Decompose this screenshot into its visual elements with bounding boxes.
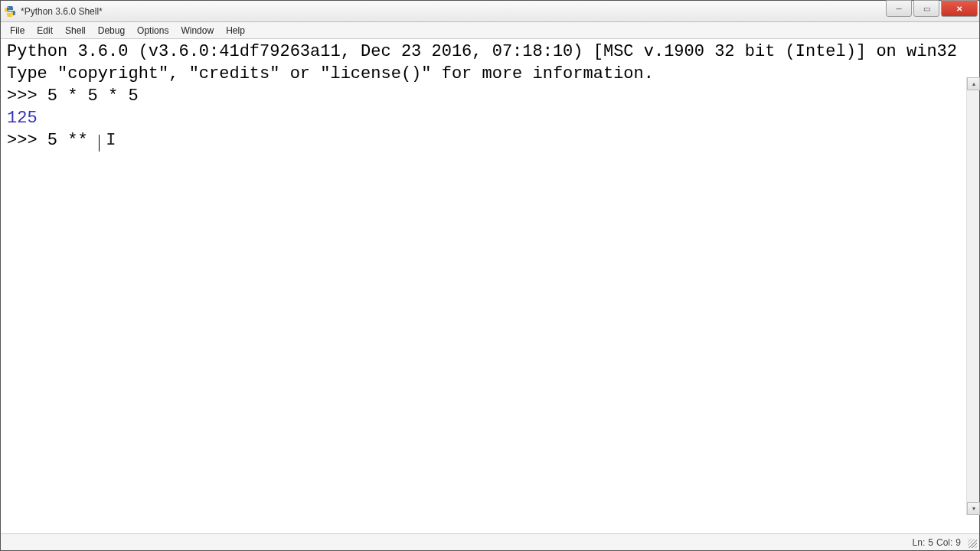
status-line-label: Ln: — [913, 537, 926, 548]
input-current: 5 ** — [47, 131, 98, 150]
close-button[interactable]: ✕ — [941, 0, 978, 17]
banner-line-2: Type "copyright", "credits" or "license(… — [7, 64, 654, 83]
maximize-button[interactable]: ▭ — [913, 0, 939, 17]
minimize-button[interactable]: ─ — [886, 0, 912, 17]
input-1: 5 * 5 * 5 — [47, 86, 139, 106]
svg-point-1 — [11, 15, 12, 15]
status-col-label: Col: — [936, 537, 952, 548]
status-col-value: 9 — [956, 537, 961, 548]
scroll-up-arrow-icon[interactable]: ▴ — [967, 77, 980, 90]
window-title: *Python 3.6.0 Shell* — [21, 6, 886, 17]
menu-edit[interactable]: Edit — [31, 24, 59, 37]
resize-grip-icon[interactable] — [967, 538, 978, 549]
menu-help[interactable]: Help — [220, 24, 251, 37]
prompt-current: >>> — [7, 131, 47, 150]
svg-point-0 — [8, 6, 8, 7]
statusbar: Ln: 5 Col: 9 — [1, 533, 979, 550]
vertical-scrollbar[interactable]: ▴ ▾ — [966, 77, 979, 515]
menu-shell[interactable]: Shell — [59, 24, 92, 37]
ibeam-cursor-icon: I — [106, 129, 116, 152]
python-shell-window: *Python 3.6.0 Shell* ─ ▭ ✕ File Edit She… — [0, 0, 980, 551]
prompt: >>> — [7, 86, 47, 106]
titlebar[interactable]: *Python 3.6.0 Shell* ─ ▭ ✕ — [1, 1, 979, 22]
window-controls: ─ ▭ ✕ — [886, 1, 979, 21]
banner-line-1: Python 3.6.0 (v3.6.0:41df79263a11, Dec 2… — [7, 42, 957, 61]
menubar: File Edit Shell Debug Options Window Hel… — [1, 22, 979, 39]
python-icon — [4, 5, 16, 18]
shell-text-area[interactable]: Python 3.6.0 (v3.6.0:41df79263a11, Dec 2… — [1, 39, 979, 533]
scroll-down-arrow-icon[interactable]: ▾ — [967, 502, 980, 515]
menu-debug[interactable]: Debug — [92, 24, 131, 37]
text-cursor — [99, 135, 100, 152]
menu-options[interactable]: Options — [131, 24, 175, 37]
output-1: 125 — [7, 109, 38, 128]
menu-window[interactable]: Window — [175, 24, 220, 37]
status-line-value: 5 — [928, 537, 933, 548]
menu-file[interactable]: File — [4, 24, 31, 37]
